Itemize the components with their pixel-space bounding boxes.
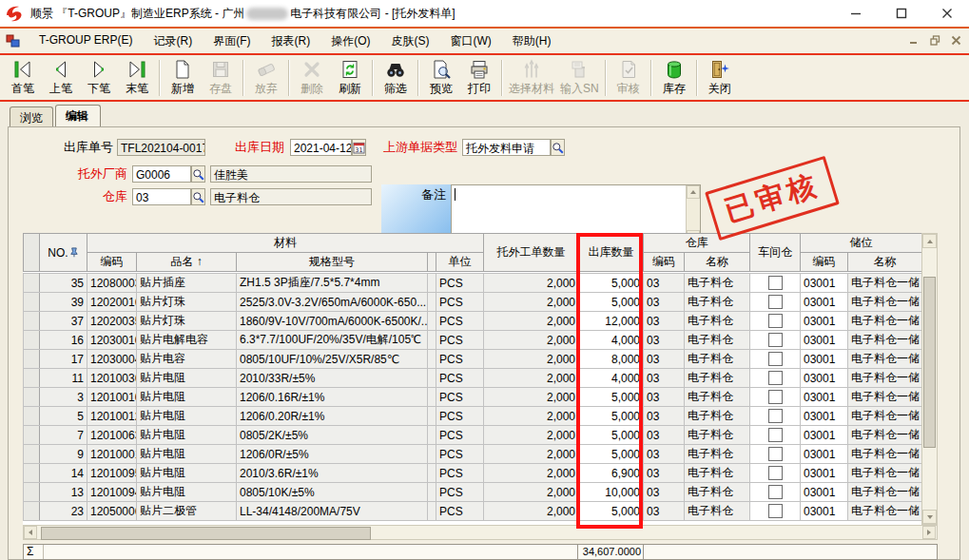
cell-indicator[interactable] bbox=[24, 407, 40, 426]
cell-unit[interactable]: PCS bbox=[436, 312, 484, 331]
cell-workshop[interactable] bbox=[750, 274, 801, 293]
workshop-checkbox[interactable] bbox=[768, 352, 783, 366]
cell-no[interactable]: 17 bbox=[40, 350, 87, 369]
cell-out-qty[interactable]: 12,000 bbox=[579, 312, 644, 331]
cell-wo-qty[interactable]: 2,000 bbox=[484, 369, 579, 388]
col-group-material[interactable]: 材料 bbox=[87, 234, 484, 253]
cell-loc-code[interactable]: 03001 bbox=[801, 312, 848, 331]
cell-workshop[interactable] bbox=[750, 464, 801, 483]
cell-no[interactable]: 5 bbox=[40, 407, 87, 426]
cell-narrow[interactable] bbox=[428, 407, 436, 426]
cell-spec[interactable]: 1860/9V-10V/700mA/6000K-6500K/... bbox=[237, 312, 428, 331]
cell-code[interactable]: 12050006 bbox=[87, 502, 137, 521]
cell-narrow[interactable] bbox=[428, 350, 436, 369]
cell-wh-name[interactable]: 电子料仓 bbox=[685, 350, 750, 369]
cell-name[interactable]: 贴片插座 bbox=[137, 274, 237, 293]
table-row[interactable]: 1612030010贴片电解电容6.3*7.7/100UF/20%/35V/电解… bbox=[24, 331, 922, 350]
cell-indicator[interactable] bbox=[24, 483, 40, 502]
cell-wo-qty[interactable]: 2,000 bbox=[484, 445, 579, 464]
cell-wh-name[interactable]: 电子料仓 bbox=[685, 445, 750, 464]
table-row[interactable]: 1712030004贴片电容0805/10UF/10%/25V/X5R/85℃P… bbox=[24, 350, 922, 369]
cell-out-qty[interactable]: 4,000 bbox=[579, 369, 644, 388]
col-header-workshop[interactable]: 车间仓 bbox=[750, 234, 801, 272]
close-button[interactable] bbox=[935, 3, 959, 24]
table-row[interactable]: 2312050006贴片二极管LL-34/4148/200MA/75VPCS2,… bbox=[24, 502, 922, 521]
cell-no[interactable]: 39 bbox=[40, 293, 87, 312]
mdi-close-button[interactable] bbox=[949, 33, 963, 48]
table-row[interactable]: 512010012贴片电阻1206/0.20R/±1%PCS2,0005,000… bbox=[24, 407, 922, 426]
cell-narrow[interactable] bbox=[428, 483, 436, 502]
cell-name[interactable]: 贴片电解电容 bbox=[137, 331, 237, 350]
cell-workshop[interactable] bbox=[750, 312, 801, 331]
cell-loc-code[interactable]: 03001 bbox=[801, 464, 848, 483]
cell-name[interactable]: 贴片电阻 bbox=[137, 426, 237, 445]
cell-code[interactable]: 12030010 bbox=[87, 331, 137, 350]
cell-unit[interactable]: PCS bbox=[436, 350, 484, 369]
cell-wo-qty[interactable]: 2,000 bbox=[484, 274, 579, 293]
toolbar-button-prev-record[interactable]: 上笔 bbox=[42, 57, 80, 99]
vertical-scrollbar[interactable] bbox=[921, 233, 938, 525]
toolbar-button-binoculars[interactable]: 筛选 bbox=[377, 57, 415, 99]
menu-item[interactable]: 报表(R) bbox=[261, 30, 320, 52]
cell-name[interactable]: 贴片二极管 bbox=[137, 502, 237, 521]
cell-out-qty[interactable]: 5,000 bbox=[579, 502, 644, 521]
cell-no[interactable]: 7 bbox=[40, 426, 87, 445]
cell-out-qty[interactable]: 5,000 bbox=[579, 407, 644, 426]
cell-name[interactable]: 贴片电容 bbox=[137, 350, 237, 369]
cell-indicator[interactable] bbox=[24, 350, 40, 369]
col-header-wh-code[interactable]: 编码 bbox=[644, 253, 685, 272]
cell-name[interactable]: 贴片灯珠 bbox=[137, 293, 237, 312]
col-header-wo-qty[interactable]: 托外工单数量 bbox=[484, 234, 579, 272]
cell-out-qty[interactable]: 10,000 bbox=[579, 483, 644, 502]
workshop-checkbox[interactable] bbox=[768, 276, 783, 290]
col-header-narrow[interactable] bbox=[428, 253, 436, 272]
cell-no[interactable]: 11 bbox=[40, 369, 87, 388]
cell-indicator[interactable] bbox=[24, 426, 40, 445]
warehouse-code-field[interactable]: 03 bbox=[132, 188, 191, 205]
cell-loc-name[interactable]: 电子料仓一储 bbox=[848, 464, 922, 483]
cell-no[interactable]: 9 bbox=[40, 445, 87, 464]
cell-narrow[interactable] bbox=[428, 369, 436, 388]
cell-wo-qty[interactable]: 2,000 bbox=[484, 388, 579, 407]
cell-wo-qty[interactable]: 2,000 bbox=[484, 502, 579, 521]
cell-indicator[interactable] bbox=[24, 388, 40, 407]
cell-loc-name[interactable]: 电子料仓一储 bbox=[848, 502, 922, 521]
cell-code[interactable]: 12020035 bbox=[87, 312, 137, 331]
cell-narrow[interactable] bbox=[428, 274, 436, 293]
toolbar-button-new-doc[interactable]: 新增 bbox=[164, 57, 202, 99]
cell-wh-code[interactable]: 03 bbox=[644, 388, 685, 407]
col-header-out-qty[interactable]: 出库数量 bbox=[579, 234, 644, 272]
table-row[interactable]: 3512080003贴片插座ZH1.5 3P插座/7.5*5.7*4mmPCS2… bbox=[24, 274, 922, 293]
cell-code[interactable]: 12010036 bbox=[87, 369, 137, 388]
cell-wh-code[interactable]: 03 bbox=[644, 502, 685, 521]
table-row[interactable]: 3912020016贴片灯珠2525/3.0V-3.2V/650mA/6000K… bbox=[24, 293, 922, 312]
cell-out-qty[interactable]: 5,000 bbox=[579, 426, 644, 445]
vendor-lookup-button[interactable] bbox=[191, 165, 205, 183]
workshop-checkbox[interactable] bbox=[768, 485, 783, 499]
table-row[interactable]: 312010010贴片电阻1206/0.16R/±1%PCS2,0005,000… bbox=[24, 388, 922, 407]
vertical-scroll-thumb[interactable] bbox=[923, 277, 936, 448]
menu-item[interactable]: 帮助(H) bbox=[502, 30, 562, 52]
cell-wh-name[interactable]: 电子料仓 bbox=[685, 483, 750, 502]
cell-wo-qty[interactable]: 2,000 bbox=[484, 312, 579, 331]
workshop-checkbox[interactable] bbox=[768, 466, 783, 480]
col-header-loc-name[interactable]: 名称 bbox=[848, 253, 922, 272]
cell-out-qty[interactable]: 5,000 bbox=[579, 445, 644, 464]
cell-name[interactable]: 贴片电阻 bbox=[137, 407, 237, 426]
cell-wh-name[interactable]: 电子料仓 bbox=[685, 502, 750, 521]
cell-narrow[interactable] bbox=[428, 464, 436, 483]
cell-indicator[interactable] bbox=[24, 464, 40, 483]
cell-workshop[interactable] bbox=[750, 350, 801, 369]
cell-code[interactable]: 12010094 bbox=[87, 483, 137, 502]
workshop-checkbox[interactable] bbox=[768, 409, 783, 423]
cell-indicator[interactable] bbox=[24, 274, 40, 293]
cell-code[interactable]: 12010095 bbox=[87, 464, 137, 483]
cell-workshop[interactable] bbox=[750, 502, 801, 521]
cell-narrow[interactable] bbox=[428, 312, 436, 331]
cell-spec[interactable]: ZH1.5 3P插座/7.5*5.7*4mm bbox=[237, 274, 428, 293]
cell-wh-code[interactable]: 03 bbox=[644, 464, 685, 483]
menu-item[interactable]: T-GROUP ERP(E) bbox=[29, 30, 143, 52]
menu-item[interactable]: 操作(O) bbox=[320, 30, 380, 52]
cell-code[interactable]: 12080003 bbox=[87, 274, 137, 293]
cell-loc-name[interactable]: 电子料仓一储 bbox=[848, 293, 922, 312]
